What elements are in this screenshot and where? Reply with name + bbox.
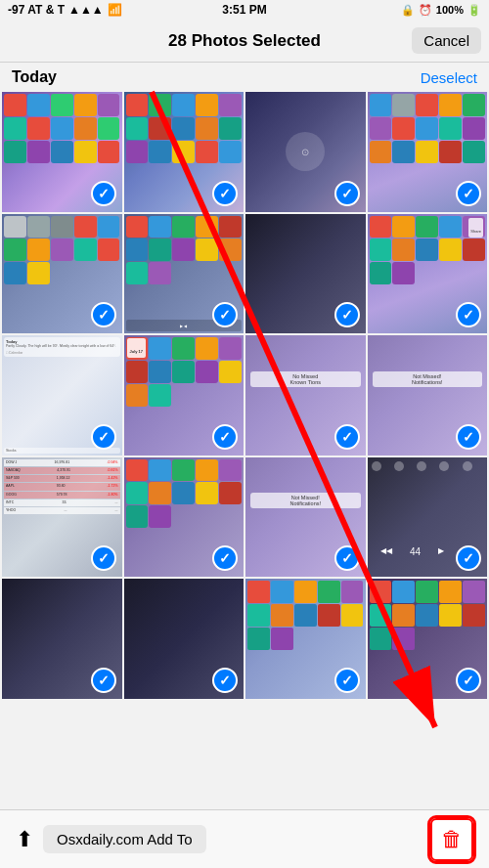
notification-text-12: Not Missed!Notifications! <box>373 371 483 387</box>
photo-cell-18[interactable] <box>124 579 244 699</box>
bottom-toolbar: ⬆ Osxdaily.com Add To 🗑 <box>0 809 489 868</box>
nav-bar: 28 Photos Selected Cancel <box>0 20 489 63</box>
photo-cell-4[interactable] <box>368 92 488 212</box>
check-badge-15 <box>334 545 360 571</box>
photo-cell-7[interactable] <box>245 214 366 334</box>
wifi-icon: 📶 <box>108 3 122 17</box>
check-badge-10 <box>212 424 238 450</box>
photo-cell-20[interactable] <box>368 579 488 699</box>
photo-cell-16[interactable]: ◀◀ 44 ▶ ▶▶ <box>368 457 488 578</box>
cancel-button[interactable]: Cancel <box>412 27 481 54</box>
photo-cell-8[interactable]: Share <box>368 214 488 334</box>
check-badge-19 <box>334 668 360 693</box>
notification-text-15: Not Missed!Notifications! <box>250 493 361 508</box>
check-badge-18 <box>212 668 238 693</box>
check-badge-12 <box>456 424 481 450</box>
photo-cell-3[interactable]: ⊙ <box>245 92 366 212</box>
check-badge-20 <box>456 668 481 693</box>
photo-cell-17[interactable] <box>2 579 122 699</box>
carrier-label: -97 AT & T <box>8 3 65 17</box>
check-badge-2 <box>212 181 238 206</box>
photo-cell-2[interactable] <box>124 92 244 212</box>
photo-cell-15[interactable]: Not Missed!Notifications! <box>245 457 366 578</box>
deselect-button[interactable]: Deselect <box>421 69 477 86</box>
battery-label: 100% <box>436 4 464 16</box>
check-badge-6 <box>212 302 238 327</box>
photo-cell-9[interactable]: Today Partly Cloudy. The high will be 93… <box>2 335 122 456</box>
photo-cell-13[interactable]: DOW J16,976.81-0.94% NASDAQ4,370.91-0.81… <box>2 457 122 578</box>
photo-cell-5[interactable] <box>2 214 122 334</box>
delete-button[interactable]: 🗑 <box>430 818 473 861</box>
check-badge-8 <box>456 302 481 327</box>
battery-icon: 🔋 <box>467 4 481 17</box>
photo-cell-12[interactable]: Not Missed!Notifications! <box>368 335 488 456</box>
check-badge-13 <box>91 545 116 571</box>
alarm-icon: ⏰ <box>419 4 432 17</box>
photo-cell-19[interactable] <box>245 579 366 699</box>
status-time: 3:51 PM <box>222 3 266 17</box>
check-badge-16 <box>456 545 481 571</box>
toolbar-left: ⬆ Osxdaily.com Add To <box>16 825 206 853</box>
signal-icon: ▲▲▲ <box>68 3 104 17</box>
check-badge-9 <box>91 424 116 450</box>
section-header: Today Deselect <box>0 63 489 92</box>
photo-cell-10[interactable]: July 17 <box>124 335 244 456</box>
check-badge-7 <box>334 302 360 327</box>
site-label: Osxdaily.com <box>57 831 144 847</box>
share-icon[interactable]: ⬆ <box>16 827 33 852</box>
status-left: -97 AT & T ▲▲▲ 📶 <box>8 3 122 17</box>
lock-icon: 🔒 <box>401 4 415 17</box>
check-badge-5 <box>91 302 116 327</box>
section-label: Today <box>12 68 57 86</box>
photo-grid: ⊙ <box>0 92 489 699</box>
check-badge-17 <box>91 668 116 693</box>
status-right: 🔒 ⏰ 100% 🔋 <box>401 4 481 17</box>
check-badge-1 <box>91 181 116 206</box>
add-to-label: Add To <box>147 831 192 847</box>
check-badge-14 <box>212 545 238 571</box>
photo-cell-6[interactable]: ▶ ◀ <box>124 214 244 334</box>
nav-title: 28 Photos Selected <box>168 31 321 51</box>
add-to-button[interactable]: Osxdaily.com Add To <box>43 825 206 853</box>
notification-text-11: No MissedKnown Tions <box>250 371 361 387</box>
check-badge-4 <box>456 181 481 206</box>
photo-cell-11[interactable]: No MissedKnown Tions <box>245 335 366 456</box>
status-bar: -97 AT & T ▲▲▲ 📶 3:51 PM 🔒 ⏰ 100% 🔋 <box>0 0 489 20</box>
check-badge-3 <box>334 181 360 206</box>
photo-cell-1[interactable] <box>2 92 122 212</box>
check-badge-11 <box>334 424 360 450</box>
photo-cell-14[interactable] <box>124 457 244 578</box>
